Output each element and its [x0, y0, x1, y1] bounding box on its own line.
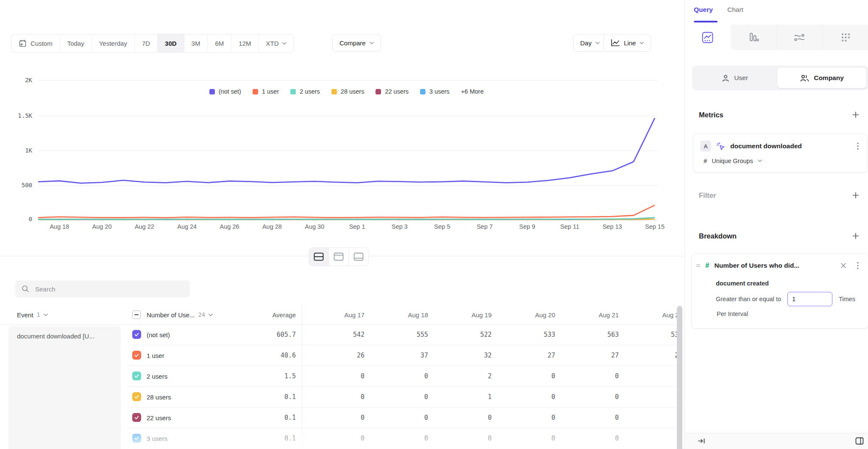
average-column-header: Average — [212, 305, 296, 324]
range-option-6m[interactable]: 6M — [208, 34, 231, 52]
series-label: 22 users — [147, 407, 171, 428]
chart-type-label: Line — [624, 39, 636, 47]
range-option-12m[interactable]: 12M — [231, 34, 259, 52]
column-header-date: Aug 22 — [632, 305, 682, 324]
event-column-header[interactable]: Event 1 — [17, 305, 48, 324]
table-row: 3 users0.1000000 — [127, 428, 684, 449]
table-row: 22 users0.1000000 — [127, 407, 684, 428]
series-line-1-user — [38, 205, 655, 218]
active-tab-underline — [694, 21, 718, 22]
series-average: 605.7 — [203, 324, 296, 345]
series-value: 1 — [632, 366, 682, 386]
chart-type-grid-button[interactable] — [822, 25, 868, 50]
series-value: 0 — [377, 387, 428, 407]
series-label: 3 users — [147, 428, 167, 449]
toggle-company[interactable]: Company — [777, 68, 866, 88]
layout-table-button[interactable] — [348, 248, 368, 266]
condition-label: Greater than or equal to — [716, 296, 781, 302]
table-row: 1 user40.6263732272729 — [127, 345, 684, 366]
group-column-header[interactable]: Number of Use... 24 — [147, 305, 213, 324]
series-value: 0 — [632, 407, 682, 428]
series-value: 0 — [504, 387, 555, 407]
row-checkbox[interactable] — [132, 413, 141, 422]
x-axis-label: Sep 11 — [560, 223, 579, 230]
range-option-xtd[interactable]: XTD — [259, 34, 294, 52]
collapse-panel-icon[interactable] — [698, 438, 705, 446]
y-axis-label: 500 — [6, 182, 32, 188]
series-value: 1 — [441, 387, 492, 407]
series-value: 0 — [314, 407, 364, 428]
tab-chart[interactable]: Chart — [727, 6, 743, 14]
row-checkbox[interactable] — [132, 330, 141, 339]
compare-label: Compare — [339, 39, 366, 47]
toggle-company-label: Company — [814, 74, 844, 82]
chart-type-line-button[interactable] — [685, 25, 731, 50]
series-value: 2 — [441, 366, 492, 386]
table-row: 2 users1.5002001 — [127, 366, 684, 387]
group-count: 24 — [198, 311, 205, 318]
toggle-user[interactable]: User — [692, 66, 777, 90]
select-all-checkbox[interactable] — [132, 310, 141, 319]
x-axis-label: Sep 9 — [519, 223, 535, 230]
series-value: 37 — [377, 345, 428, 366]
add-filter-button[interactable] — [850, 190, 861, 201]
series-value: 0 — [568, 428, 619, 449]
group-header-label: Number of Use... — [147, 311, 195, 319]
range-option-custom[interactable]: Custom — [11, 34, 60, 52]
layout-toggle — [309, 248, 368, 266]
chart-type-bar-button[interactable] — [731, 25, 776, 50]
range-option-30d[interactable]: 30D — [158, 34, 184, 52]
range-option-today[interactable]: Today — [60, 34, 92, 52]
series-value: 563 — [568, 324, 619, 345]
compare-button[interactable]: Compare — [332, 34, 381, 52]
kebab-menu-icon[interactable] — [853, 261, 863, 271]
x-axis-label: Aug 18 — [50, 223, 69, 230]
range-option-label: Custom — [31, 40, 53, 47]
drag-handle-icon[interactable] — [695, 261, 701, 271]
range-option-7d[interactable]: 7D — [135, 34, 158, 52]
search-input[interactable] — [34, 285, 184, 293]
line-chart-icon — [611, 39, 620, 47]
series-label: 1 user — [147, 345, 164, 366]
chart-type-selector — [685, 25, 868, 50]
series-value: 542 — [314, 324, 364, 345]
range-option-label: Yesterday — [99, 40, 127, 47]
metric-card[interactable]: A document downloaded # Unique Groups — [693, 134, 868, 173]
tab-query[interactable]: Query — [694, 6, 713, 14]
x-axis-label: Sep 7 — [477, 223, 493, 230]
add-breakdown-button[interactable] — [850, 230, 861, 241]
close-icon[interactable] — [838, 261, 849, 271]
panel-layout-icon[interactable] — [855, 437, 864, 446]
row-checkbox[interactable] — [132, 351, 141, 360]
filter-section-header: Filter — [699, 190, 861, 201]
add-metric-button[interactable] — [850, 109, 861, 120]
event-cell[interactable]: document downloaded [U... — [8, 326, 121, 449]
row-checkbox[interactable] — [132, 371, 141, 380]
interval-dropdown[interactable]: Day — [573, 34, 607, 52]
kebab-menu-icon[interactable] — [853, 141, 863, 151]
x-axis-label: Sep 5 — [434, 223, 450, 230]
times-value-input[interactable] — [787, 292, 832, 306]
toggle-user-label: User — [734, 74, 748, 82]
y-axis-label: 0 — [6, 216, 32, 222]
layout-split-button[interactable] — [309, 248, 328, 266]
chart-type-flow-button[interactable] — [776, 25, 823, 50]
range-option-yesterday[interactable]: Yesterday — [92, 34, 135, 52]
series-value: 0 — [314, 366, 364, 386]
hash-icon: # — [704, 157, 707, 164]
series-label: 2 users — [147, 366, 167, 386]
series-value: 0 — [504, 428, 555, 449]
row-checkbox[interactable] — [132, 434, 141, 443]
table-scrollbar[interactable] — [677, 306, 682, 449]
x-axis-label: Aug 24 — [177, 223, 197, 230]
metric-event-name: document downloaded — [730, 142, 848, 150]
range-option-3m[interactable]: 3M — [184, 34, 208, 52]
row-checkbox[interactable] — [132, 392, 141, 401]
layout-chart-button[interactable] — [328, 248, 348, 266]
event-cell-label: document downloaded [U... — [17, 333, 95, 340]
series-value: 29 — [632, 345, 682, 366]
chart-type-dropdown[interactable]: Line — [604, 34, 651, 52]
series-value: 0 — [377, 428, 428, 449]
measure-dropdown[interactable]: # Unique Groups — [704, 157, 762, 164]
series-value: 0 — [568, 387, 619, 407]
